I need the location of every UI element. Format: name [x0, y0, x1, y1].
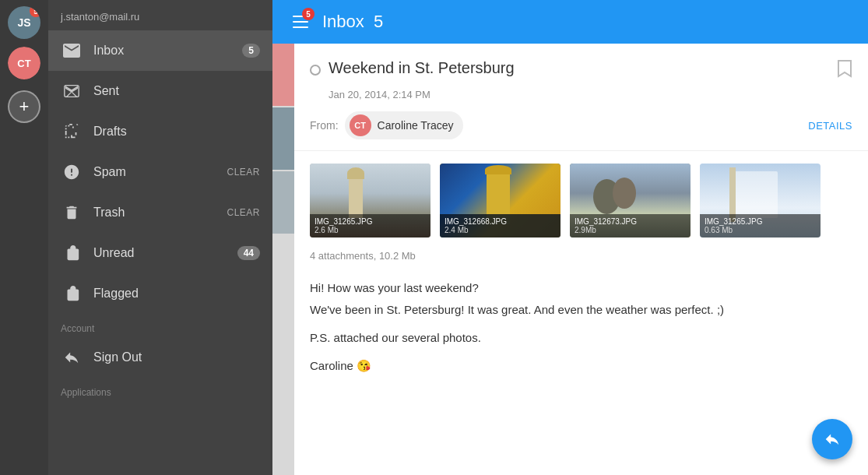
avatar-strip: JS 5 CT + — [0, 0, 48, 475]
sidebar-item-drafts[interactable]: Drafts — [48, 111, 272, 152]
attachment-size-2: 2.4 Mb — [445, 226, 556, 234]
attachment-name-4: IMG_31265.JPG — [705, 217, 816, 226]
avatar-account-2[interactable]: CT — [8, 47, 40, 79]
unread-badge: 44 — [237, 246, 260, 260]
header-title: Inbox 5 — [322, 12, 856, 32]
details-button[interactable]: DETAILS — [808, 120, 852, 132]
unread-icon — [61, 242, 83, 264]
reply-fab-button[interactable] — [812, 419, 852, 459]
email-subject: Weekend in St. Petersburg — [310, 59, 515, 77]
subject-row: Weekend in St. Petersburg — [310, 59, 852, 83]
body-line-4: Caroline 😘 — [310, 357, 852, 375]
avatar-account-1[interactable]: JS 5 — [8, 6, 40, 39]
spam-label: Spam — [93, 165, 227, 179]
attachment-size-3: 2.9Mb — [575, 226, 686, 234]
flagged-label: Flagged — [93, 287, 260, 301]
bookmark-button[interactable] — [837, 59, 852, 83]
content-area: Weekend in St. Petersburg Jan 20, 2014, … — [272, 44, 868, 475]
sender-chip[interactable]: CT Caroline Tracey — [345, 111, 463, 139]
attachment-size-1: 2.6 Mb — [315, 226, 426, 234]
attachments-grid: IMG_31265.JPG 2.6 Mb IMG_312668.JPG 2.4 … — [294, 151, 868, 250]
email-header: Weekend in St. Petersburg Jan 20, 2014, … — [294, 44, 868, 151]
drafts-label: Drafts — [93, 125, 260, 139]
signout-label: Sign Out — [93, 350, 260, 364]
attachment-name-2: IMG_312668.JPG — [445, 217, 556, 226]
sidebar: j.stanton@mail.ru Inbox 5 Sent Drafts — [48, 0, 272, 475]
attachment-3[interactable]: IMG_312673.JPG 2.9Mb — [570, 164, 691, 238]
applications-section-label: Applications — [48, 378, 272, 401]
body-line-3: P.S. attached our several photos. — [310, 329, 852, 347]
attachment-overlay-3: IMG_312673.JPG 2.9Mb — [570, 214, 691, 238]
drafts-icon — [61, 121, 83, 142]
inbox-badge: 5 — [242, 44, 260, 58]
account-section-label: Account — [48, 314, 272, 337]
spam-icon — [61, 161, 83, 183]
attachment-1[interactable]: IMG_31265.JPG 2.6 Mb — [310, 164, 430, 238]
add-account-button[interactable]: + — [8, 90, 40, 123]
avatar-badge-1: 5 — [30, 6, 40, 17]
attachment-name-1: IMG_31265.JPG — [315, 217, 426, 226]
sidebar-item-unread[interactable]: Unread 44 — [48, 233, 272, 273]
header: 5 Inbox 5 — [272, 0, 868, 44]
attachment-overlay-4: IMG_31265.JPG 0.63 Mb — [700, 214, 821, 238]
attachment-overlay-2: IMG_312668.JPG 2.4 Mb — [440, 214, 561, 238]
attachment-2[interactable]: IMG_312668.JPG 2.4 Mb — [440, 164, 561, 238]
flagged-icon — [61, 283, 83, 304]
from-label: From: — [310, 119, 339, 132]
attachment-4[interactable]: IMG_31265.JPG 0.63 Mb — [700, 164, 821, 238]
inbox-label: Inbox — [93, 44, 242, 58]
attachment-name-3: IMG_312673.JPG — [575, 217, 686, 226]
main-content: 5 Inbox 5 Weekend in St. Petersburg — [272, 0, 868, 475]
sidebar-item-sent[interactable]: Sent — [48, 71, 272, 111]
sidebar-nav: Inbox 5 Sent Drafts Spam CLEAR — [48, 30, 272, 475]
sidebar-email: j.stanton@mail.ru — [48, 0, 272, 30]
sender-avatar: CT — [350, 114, 371, 136]
trash-label: Trash — [93, 206, 227, 220]
body-line-1: Hi! How was your last weekend? — [310, 279, 852, 297]
sidebar-item-spam[interactable]: Spam CLEAR — [48, 152, 272, 192]
attachment-overlay-1: IMG_31265.JPG 2.6 Mb — [310, 214, 430, 238]
email-body: Hi! How was your last weekend? We've bee… — [294, 271, 868, 399]
menu-button[interactable]: 5 — [285, 6, 316, 37]
attachment-size-4: 0.63 Mb — [705, 226, 816, 234]
unread-dot — [310, 65, 321, 76]
sidebar-item-inbox[interactable]: Inbox 5 — [48, 30, 272, 71]
body-line-2: We've been in St. Petersburg! It was gre… — [310, 301, 852, 319]
sent-icon — [61, 80, 83, 102]
from-row: From: CT Caroline Tracey DETAILS — [310, 108, 852, 142]
email-list-preview — [272, 44, 294, 475]
attachments-summary: 4 attachments, 10.2 Mb — [294, 250, 868, 271]
signout-icon — [61, 347, 83, 368]
sidebar-item-trash[interactable]: Trash CLEAR — [48, 192, 272, 233]
sent-label: Sent — [93, 84, 260, 98]
sidebar-item-flagged[interactable]: Flagged — [48, 273, 272, 314]
email-detail-pane: Weekend in St. Petersburg Jan 20, 2014, … — [294, 44, 868, 475]
sender-name: Caroline Tracey — [378, 119, 454, 132]
inbox-icon — [61, 40, 83, 62]
trash-icon — [61, 202, 83, 223]
sidebar-item-signout[interactable]: Sign Out — [48, 337, 272, 378]
trash-clear[interactable]: CLEAR — [227, 207, 260, 218]
email-date: Jan 20, 2014, 2:14 PM — [310, 86, 852, 108]
spam-clear[interactable]: CLEAR — [227, 167, 260, 178]
header-badge: 5 — [302, 8, 315, 20]
unread-label: Unread — [93, 246, 237, 260]
